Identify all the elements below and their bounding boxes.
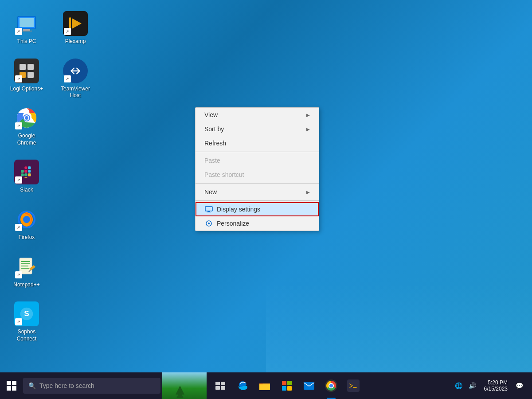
svg-text:S: S xyxy=(24,309,29,318)
search-placeholder-text: Type here to search xyxy=(39,382,94,389)
new-chevron-icon: ▶ xyxy=(306,190,310,195)
taskview-icon xyxy=(214,379,227,392)
shortcut-arrow-teamviewer: ↗ xyxy=(64,75,71,82)
display-settings-icon xyxy=(204,206,213,213)
taskbar-app-terminal[interactable] xyxy=(343,372,364,399)
shortcut-arrow-slack: ↗ xyxy=(15,176,22,184)
plexamp-icon: ↗ xyxy=(63,11,88,36)
clock-date: 6/15/2023 xyxy=(484,386,508,392)
menu-new-label: New xyxy=(204,188,217,196)
taskbar-app-fileexplorer[interactable] xyxy=(254,372,275,399)
slack-icon: ↗ xyxy=(14,160,39,184)
desktop-icon-slack[interactable]: ↗ Slack xyxy=(7,157,47,196)
windows-logo-icon xyxy=(7,381,16,391)
start-button[interactable] xyxy=(0,372,23,399)
scenic-tree-decoration xyxy=(176,386,184,395)
taskbar: 🔍 Type here to search xyxy=(0,372,532,399)
svg-rect-18 xyxy=(28,170,31,173)
menu-separator-2 xyxy=(196,183,319,184)
svg-rect-56 xyxy=(348,382,358,390)
thispc-label: This PC xyxy=(17,38,36,45)
svg-point-44 xyxy=(208,223,210,224)
svg-rect-3 xyxy=(21,31,32,31)
menu-item-view[interactable]: View ▶ xyxy=(196,108,319,122)
desktop-icon-firefox[interactable]: ↗ Firefox xyxy=(7,205,47,243)
notepadpp-label: Notepad++ xyxy=(13,282,39,289)
svg-rect-1 xyxy=(20,18,34,27)
svg-point-13 xyxy=(25,116,28,120)
menu-pasteshortcut-label: Paste shortcut xyxy=(204,171,244,178)
desktop-icon-plexamp[interactable]: ↗ Plexamp xyxy=(55,9,95,47)
logi-label: Logi Options+ xyxy=(10,86,43,93)
svg-rect-17 xyxy=(28,167,31,169)
teamviewer-icon: ↗ xyxy=(63,59,88,83)
menu-item-sortby[interactable]: Sort by ▶ xyxy=(196,122,319,136)
taskbar-app-chrome[interactable] xyxy=(321,372,341,399)
firefox-label: Firefox xyxy=(19,234,35,241)
fileexplorer-icon xyxy=(258,379,271,392)
svg-rect-16 xyxy=(24,167,27,169)
network-icon[interactable]: 🌐 xyxy=(453,380,464,391)
system-tray: 🌐 🔊 5:20 PM 6/15/2023 💬 xyxy=(453,378,532,394)
svg-rect-6 xyxy=(20,64,26,70)
taskbar-apps xyxy=(210,372,364,399)
shortcut-arrow-firefox: ↗ xyxy=(15,224,22,231)
notepadpp-icon: ↗ xyxy=(14,254,39,279)
menu-item-new[interactable]: New ▶ xyxy=(196,185,319,199)
svg-rect-9 xyxy=(27,72,34,78)
svg-rect-21 xyxy=(21,174,23,176)
menu-personalize-label: Personalize xyxy=(217,220,249,227)
chrome-label: Google Chrome xyxy=(9,133,44,146)
view-chevron-icon: ▶ xyxy=(306,113,310,117)
menu-separator-3 xyxy=(196,200,319,201)
personalize-left: Personalize xyxy=(204,220,249,227)
svg-rect-47 xyxy=(215,386,220,390)
scenic-thumbnail[interactable] xyxy=(162,372,207,399)
desktop-icon-teamviewer[interactable]: ↗ TeamViewer Host xyxy=(55,56,95,102)
firefox-icon: ↗ xyxy=(14,207,39,232)
volume-icon[interactable]: 🔊 xyxy=(467,380,478,391)
shortcut-arrow-chrome: ↗ xyxy=(15,122,22,129)
chrome-tb-icon xyxy=(325,379,337,392)
shortcut-arrow-thispc: ↗ xyxy=(15,28,22,35)
search-bar[interactable]: 🔍 Type here to search xyxy=(23,378,160,394)
desktop-icon-logi[interactable]: ↗ Logi Options+ xyxy=(7,56,47,95)
shortcut-arrow-sophos: ↗ xyxy=(15,318,22,325)
notifications-icon[interactable]: 💬 xyxy=(514,380,525,391)
svg-rect-46 xyxy=(221,382,225,385)
context-menu: View ▶ Sort by ▶ Refresh Paste Paste sho… xyxy=(195,107,319,231)
shortcut-arrow-plexamp: ↗ xyxy=(64,28,71,35)
menu-paste-label: Paste xyxy=(204,157,220,164)
svg-rect-40 xyxy=(205,207,212,211)
svg-rect-42 xyxy=(207,212,211,212)
sophos-label: Sophos Connect xyxy=(9,329,44,342)
shortcut-arrow-logi: ↗ xyxy=(15,75,22,82)
chrome-icon: ↗ xyxy=(14,106,39,130)
svg-rect-45 xyxy=(215,382,220,385)
sophos-icon: S ↗ xyxy=(14,301,39,326)
svg-rect-54 xyxy=(287,386,292,391)
desktop-icon-notepadpp[interactable]: ↗ Notepad++ xyxy=(7,252,47,291)
desktop-icon-sophos[interactable]: S ↗ Sophos Connect xyxy=(7,299,47,344)
svg-rect-7 xyxy=(27,64,34,70)
svg-rect-52 xyxy=(287,381,292,385)
svg-rect-48 xyxy=(221,386,225,390)
svg-point-28 xyxy=(23,216,30,223)
menu-display-settings-label: Display settings xyxy=(217,206,260,213)
desktop-icon-thispc[interactable]: ↗ This PC xyxy=(7,9,47,47)
msstore-icon xyxy=(281,379,293,392)
desktop-icon-chrome[interactable]: ↗ Google Chrome xyxy=(7,103,47,149)
menu-item-personalize[interactable]: Personalize xyxy=(196,216,319,231)
edge-icon xyxy=(236,379,249,392)
taskbar-app-taskview[interactable] xyxy=(210,372,231,399)
teamviewer-label: TeamViewer Host xyxy=(58,86,93,99)
menu-item-paste: Paste xyxy=(196,153,319,168)
taskbar-app-mail[interactable] xyxy=(299,372,319,399)
thispc-icon: ↗ xyxy=(14,11,39,36)
menu-item-refresh[interactable]: Refresh xyxy=(196,136,319,150)
taskbar-app-msstore[interactable] xyxy=(277,372,297,399)
taskbar-app-edge[interactable] xyxy=(232,372,253,399)
menu-item-display-settings[interactable]: Display settings xyxy=(196,202,319,216)
search-icon: 🔍 xyxy=(28,382,36,389)
system-clock[interactable]: 5:20 PM 6/15/2023 xyxy=(481,378,511,394)
